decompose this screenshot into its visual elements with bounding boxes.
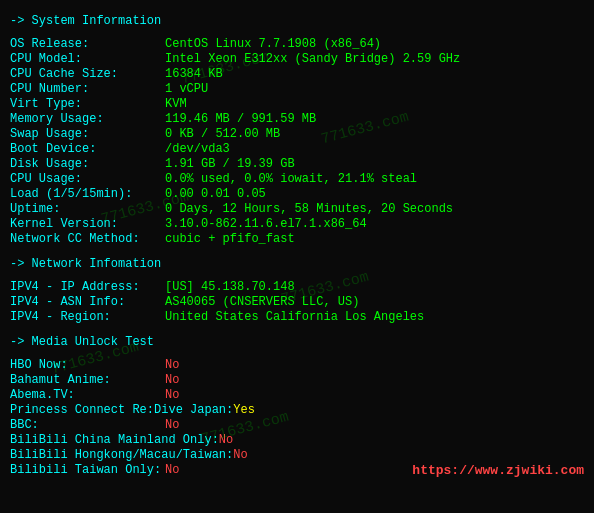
system-info-row: Kernel Version:3.10.0-862.11.6.el7.1.x86… (10, 217, 584, 231)
row-label: Uptime: (10, 202, 165, 216)
row-value: 1.91 GB / 19.39 GB (165, 157, 295, 171)
row-value: /dev/vda3 (165, 142, 230, 156)
row-value: cubic + pfifo_fast (165, 232, 295, 246)
row-label: IPV4 - ASN Info: (10, 295, 165, 309)
row-label: BBC: (10, 418, 165, 432)
media-unlock-row: BBC:No (10, 418, 584, 432)
system-info-row: CPU Cache Size:16384 KB (10, 67, 584, 81)
row-label: BiliBili China Mainland Only: (10, 433, 219, 447)
row-label: BiliBili Hongkong/Macau/Taiwan: (10, 448, 233, 462)
row-label: Bilibili Taiwan Only: (10, 463, 165, 477)
system-info-row: Boot Device:/dev/vda3 (10, 142, 584, 156)
row-label: OS Release: (10, 37, 165, 51)
row-label: IPV4 - IP Address: (10, 280, 165, 294)
row-label: CPU Number: (10, 82, 165, 96)
row-value: No (165, 358, 179, 372)
row-value: No (219, 433, 233, 447)
terminal-container: 771633.com 771633.com 771633.com 771633.… (0, 0, 594, 486)
network-info-section: IPV4 - IP Address:[US] 45.138.70.148IPV4… (10, 280, 584, 324)
media-unlock-row: Abema.TV:No (10, 388, 584, 402)
row-value: No (165, 388, 179, 402)
media-unlock-row: BiliBili China Mainland Only:No (10, 433, 584, 447)
row-label: Abema.TV: (10, 388, 165, 402)
media-unlock-row: Princess Connect Re:Dive Japan:Yes (10, 403, 584, 417)
row-label: Boot Device: (10, 142, 165, 156)
row-label: Princess Connect Re:Dive Japan: (10, 403, 233, 417)
media-unlock-row: Bahamut Anime:No (10, 373, 584, 387)
system-info-section: OS Release:CentOS Linux 7.7.1908 (x86_64… (10, 37, 584, 246)
media-unlock-section: HBO Now:NoBahamut Anime:NoAbema.TV:NoPri… (10, 358, 584, 477)
system-info-row: Memory Usage:119.46 MB / 991.59 MB (10, 112, 584, 126)
row-value: 1 vCPU (165, 82, 208, 96)
system-info-row: OS Release:CentOS Linux 7.7.1908 (x86_64… (10, 37, 584, 51)
row-value: 119.46 MB / 991.59 MB (165, 112, 316, 126)
row-value: 0.00 0.01 0.05 (165, 187, 266, 201)
media-unlock-row: HBO Now:No (10, 358, 584, 372)
row-label: Disk Usage: (10, 157, 165, 171)
media-unlock-row: BiliBili Hongkong/Macau/Taiwan:No (10, 448, 584, 462)
row-value: KVM (165, 97, 187, 111)
system-info-row: Uptime:0 Days, 12 Hours, 58 Minutes, 20 … (10, 202, 584, 216)
row-value: AS40065 (CNSERVERS LLC, US) (165, 295, 359, 309)
system-info-row: Disk Usage:1.91 GB / 19.39 GB (10, 157, 584, 171)
row-value: 0 Days, 12 Hours, 58 Minutes, 20 Seconds (165, 202, 453, 216)
row-label: IPV4 - Region: (10, 310, 165, 324)
system-info-row: CPU Model:Intel Xeon E312xx (Sandy Bridg… (10, 52, 584, 66)
row-value: No (165, 373, 179, 387)
row-value: No (233, 448, 247, 462)
system-info-header: -> System Information (10, 14, 584, 28)
row-value: 0.0% used, 0.0% iowait, 21.1% steal (165, 172, 417, 186)
media-unlock-header: -> Media Unlock Test (10, 335, 584, 349)
row-label: Network CC Method: (10, 232, 165, 246)
row-value: No (165, 418, 179, 432)
row-label: Kernel Version: (10, 217, 165, 231)
row-value: 3.10.0-862.11.6.el7.1.x86_64 (165, 217, 367, 231)
row-label: Virt Type: (10, 97, 165, 111)
row-value: No (165, 463, 179, 477)
system-info-row: Network CC Method:cubic + pfifo_fast (10, 232, 584, 246)
row-label: Bahamut Anime: (10, 373, 165, 387)
network-info-header: -> Network Infomation (10, 257, 584, 271)
row-value: Intel Xeon E312xx (Sandy Bridge) 2.59 GH… (165, 52, 460, 66)
row-value: [US] 45.138.70.148 (165, 280, 295, 294)
system-info-row: CPU Usage:0.0% used, 0.0% iowait, 21.1% … (10, 172, 584, 186)
row-label: Load (1/5/15min): (10, 187, 165, 201)
row-value: Yes (233, 403, 255, 417)
row-label: Memory Usage: (10, 112, 165, 126)
system-info-row: CPU Number:1 vCPU (10, 82, 584, 96)
row-value: 0 KB / 512.00 MB (165, 127, 280, 141)
row-value: 16384 KB (165, 67, 223, 81)
bottom-url: https://www.zjwiki.com (412, 463, 584, 478)
system-info-row: Swap Usage:0 KB / 512.00 MB (10, 127, 584, 141)
row-label: HBO Now: (10, 358, 165, 372)
row-label: CPU Usage: (10, 172, 165, 186)
row-label: CPU Model: (10, 52, 165, 66)
system-info-row: Virt Type:KVM (10, 97, 584, 111)
row-label: Swap Usage: (10, 127, 165, 141)
network-info-row: IPV4 - ASN Info:AS40065 (CNSERVERS LLC, … (10, 295, 584, 309)
network-info-row: IPV4 - Region:United States California L… (10, 310, 584, 324)
system-info-row: Load (1/5/15min):0.00 0.01 0.05 (10, 187, 584, 201)
network-info-row: IPV4 - IP Address:[US] 45.138.70.148 (10, 280, 584, 294)
row-label: CPU Cache Size: (10, 67, 165, 81)
row-value: CentOS Linux 7.7.1908 (x86_64) (165, 37, 381, 51)
row-value: United States California Los Angeles (165, 310, 424, 324)
